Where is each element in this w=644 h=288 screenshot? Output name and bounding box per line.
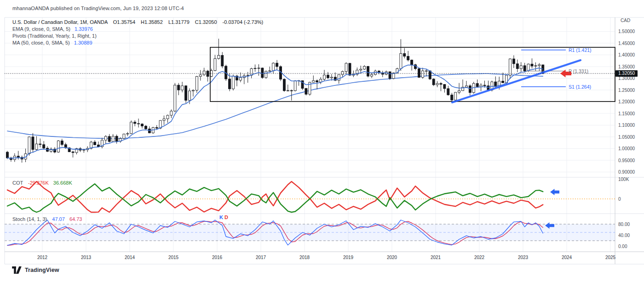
candle-body[interactable] xyxy=(367,66,369,76)
cot-legend-row[interactable]: COT -29.376K 36.668K xyxy=(12,180,72,186)
candle-body[interactable] xyxy=(229,79,231,89)
candle-body[interactable] xyxy=(254,68,256,69)
candle-body[interactable] xyxy=(294,81,296,90)
candle-body[interactable] xyxy=(400,53,402,68)
candle-body[interactable] xyxy=(276,63,278,67)
candle-body[interactable] xyxy=(403,53,406,56)
candle-body[interactable] xyxy=(476,84,478,87)
chart-canvas[interactable] xyxy=(0,0,644,288)
candle-body[interactable] xyxy=(218,55,220,58)
candle-body[interactable] xyxy=(483,85,486,86)
candle-body[interactable] xyxy=(32,137,34,150)
candle-body[interactable] xyxy=(425,71,427,71)
candle-body[interactable] xyxy=(181,86,184,90)
candle-body[interactable] xyxy=(345,63,347,72)
candle-body[interactable] xyxy=(72,152,74,153)
candle-body[interactable] xyxy=(115,136,118,141)
candle-body[interactable] xyxy=(141,124,144,126)
candle-body[interactable] xyxy=(104,136,107,140)
cot-blue-left-arrow[interactable] xyxy=(550,189,559,195)
candle-body[interactable] xyxy=(330,77,333,78)
candle-body[interactable] xyxy=(432,79,435,85)
candle-body[interactable] xyxy=(6,152,9,158)
candle-body[interactable] xyxy=(327,75,329,78)
candle-body[interactable] xyxy=(123,134,125,139)
candle-body[interactable] xyxy=(421,71,424,77)
candle-body[interactable] xyxy=(83,150,85,150)
ema-legend-row[interactable]: EMA (9, close, 0, SMA, 5) 1.33976 xyxy=(12,26,93,32)
candle-body[interactable] xyxy=(189,91,191,100)
candle-body[interactable] xyxy=(138,124,140,124)
candle-body[interactable] xyxy=(28,137,30,154)
candle-body[interactable] xyxy=(290,90,293,91)
candle-body[interactable] xyxy=(247,75,249,76)
candle-body[interactable] xyxy=(155,128,158,129)
candle-body[interactable] xyxy=(163,119,165,121)
highlight-box[interactable] xyxy=(210,47,615,102)
candle-body[interactable] xyxy=(341,72,344,75)
candle-body[interactable] xyxy=(458,90,460,92)
candle-body[interactable] xyxy=(451,95,453,100)
candle-body[interactable] xyxy=(465,86,467,87)
candle-body[interactable] xyxy=(447,89,449,95)
candle-body[interactable] xyxy=(516,64,518,69)
candle-body[interactable] xyxy=(174,85,176,111)
candle-body[interactable] xyxy=(61,141,63,145)
candle-body[interactable] xyxy=(196,76,198,90)
stoch-legend-row[interactable]: Stoch (14, 1, 3) 47.07 64.73 xyxy=(12,216,82,222)
ema9-line[interactable] xyxy=(7,65,543,158)
candle-body[interactable] xyxy=(207,71,209,77)
candle-body[interactable] xyxy=(418,69,420,78)
candle-body[interactable] xyxy=(258,68,260,68)
candle-body[interactable] xyxy=(112,136,114,141)
candle-body[interactable] xyxy=(443,85,446,89)
candle-body[interactable] xyxy=(94,142,96,145)
candle-body[interactable] xyxy=(480,85,482,87)
candle-body[interactable] xyxy=(411,60,413,65)
cot-red-line[interactable] xyxy=(7,181,543,212)
candle-body[interactable] xyxy=(454,92,457,100)
candle-body[interactable] xyxy=(134,122,136,124)
ma-legend-row[interactable]: MA (50, close, 0, SMA, 5) 1.30889 xyxy=(12,40,92,45)
candle-body[interactable] xyxy=(363,66,366,69)
candle-body[interactable] xyxy=(232,76,235,89)
candle-body[interactable] xyxy=(148,129,150,133)
candle-body[interactable] xyxy=(312,81,315,83)
candle-body[interactable] xyxy=(512,59,515,64)
candle-body[interactable] xyxy=(509,59,511,75)
tradingview-watermark[interactable]: TradingView xyxy=(12,266,59,274)
candle-body[interactable] xyxy=(523,66,526,71)
candle-body[interactable] xyxy=(316,81,318,82)
candle-body[interactable] xyxy=(185,86,187,101)
candle-body[interactable] xyxy=(170,111,172,115)
candle-body[interactable] xyxy=(538,65,540,66)
candle-body[interactable] xyxy=(287,90,289,91)
candle-body[interactable] xyxy=(57,141,59,152)
candle-body[interactable] xyxy=(360,69,362,70)
candle-body[interactable] xyxy=(520,66,522,69)
candle-body[interactable] xyxy=(269,71,271,71)
candle-body[interactable] xyxy=(502,81,504,83)
candle-body[interactable] xyxy=(35,144,38,149)
candle-body[interactable] xyxy=(440,84,442,85)
candle-body[interactable] xyxy=(338,74,340,80)
candle-body[interactable] xyxy=(535,66,537,66)
candle-body[interactable] xyxy=(531,64,533,66)
candle-body[interactable] xyxy=(407,56,409,60)
candle-body[interactable] xyxy=(389,72,391,79)
candle-body[interactable] xyxy=(261,68,264,78)
candle-body[interactable] xyxy=(371,74,373,76)
candle-body[interactable] xyxy=(320,79,322,82)
candle-body[interactable] xyxy=(108,136,110,141)
pivots-legend-row[interactable]: Pivots (Traditional, Yearly, 1, Right, 1… xyxy=(12,33,97,39)
candle-body[interactable] xyxy=(39,144,41,145)
candle-body[interactable] xyxy=(436,84,438,85)
candle-body[interactable] xyxy=(167,115,169,119)
candle-body[interactable] xyxy=(17,156,19,158)
candle-body[interactable] xyxy=(144,126,147,129)
candle-body[interactable] xyxy=(265,71,267,78)
candle-body[interactable] xyxy=(178,85,180,90)
candle-body[interactable] xyxy=(203,71,205,75)
candle-body[interactable] xyxy=(283,79,285,90)
cot-green-line[interactable] xyxy=(7,184,543,212)
